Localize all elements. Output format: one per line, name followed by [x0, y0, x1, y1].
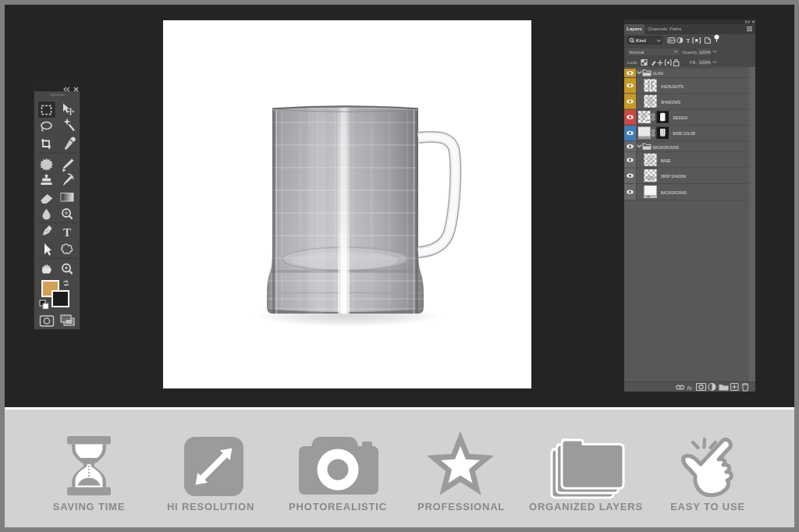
svg-text:100%: 100% — [699, 50, 711, 55]
svg-text:Fill:: Fill: — [690, 60, 697, 65]
svg-text:SHADOWS: SHADOWS — [661, 99, 680, 105]
svg-text:BACKGROUND: BACKGROUND — [653, 144, 679, 150]
svg-text:DESIGN: DESIGN — [673, 115, 688, 120]
svg-text:T: T — [63, 226, 71, 239]
svg-text:T: T — [687, 37, 691, 44]
svg-text:fx: fx — [687, 385, 693, 392]
svg-text:BACKGROUND: BACKGROUND — [661, 190, 687, 195]
svg-text:BASE COLOR: BASE COLOR — [673, 130, 696, 136]
svg-text:DROP SHADOW: DROP SHADOW — [661, 173, 686, 179]
svg-text:BASE: BASE — [661, 158, 671, 163]
svg-text:HIGHLIGHTS: HIGHLIGHTS — [661, 83, 684, 89]
svg-text:100%: 100% — [699, 60, 711, 65]
svg-text:GLASS: GLASS — [653, 70, 663, 76]
svg-text:Normal: Normal — [630, 50, 645, 55]
svg-text:Lock:: Lock: — [627, 60, 638, 65]
svg-text:Opacity:: Opacity: — [682, 50, 699, 55]
svg-text:Kind: Kind — [636, 38, 646, 43]
